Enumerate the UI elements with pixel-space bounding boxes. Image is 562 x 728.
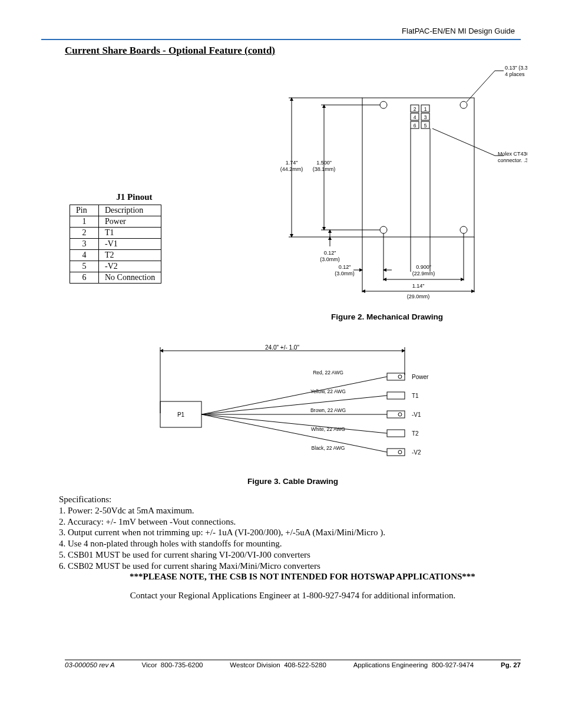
svg-line-29 [467,71,495,102]
pinout-table-block: J1 Pinout Pin Description 1Power 2T1 3-V… [65,192,183,284]
svg-point-2 [460,101,467,108]
table-row: 5-V2 [70,261,161,272]
pin-cell: 3 [70,239,99,250]
specs-note: ***PLEASE NOTE, THE CSB IS NOT INTENDED … [130,571,521,582]
mechanical-drawing: 2 1 4 3 6 5 1.74" (44.2mm) 1.500" (38.1m… [197,57,527,310]
wire-label: Red, 22 AWG [313,370,343,375]
svg-point-43 [398,375,402,378]
spec-item: 2. Accuracy: +/- 1mV between -Vout conne… [59,516,521,528]
svg-point-3 [380,226,387,233]
svg-point-4 [460,226,467,233]
spec-item: 6. CSB02 MUST be used for current sharin… [59,561,521,572]
footer-westcor-tel: 408-522-5280 [284,661,326,668]
col-desc: Description [99,205,161,216]
svg-point-49 [398,450,402,454]
dim-0900mm: (22.9mm) [412,271,435,276]
table-row: 6No Connection [70,272,161,284]
dim-1500mm: (38.1mm) [313,166,336,172]
specifications-block: Specifications: 1. Power: 2-50Vdc at 5mA… [59,494,521,582]
dim-1500: 1.500" [316,160,332,166]
figure-3-caption: Figure 3. Cable Drawing [65,477,521,486]
svg-line-40 [201,414,387,433]
figure-2-caption: Figure 2. Mechanical Drawing [253,312,521,321]
specs-heading: Specifications: [59,494,521,505]
desc-cell: No Connection [99,272,161,284]
spec-item: 3. Output current when not trimming up: … [59,527,521,538]
svg-line-38 [201,396,387,414]
pin-cell: 2 [70,228,99,239]
dim-012b: 0.12" [339,264,351,270]
mech-pin-2: 2 [414,106,416,112]
note-hole: 0.13" (3.3mm) Dia Non Plated thru hole 4… [505,65,527,78]
term-label: Power [412,374,429,380]
cable-length: 24.0" +/- 1.0" [265,344,299,351]
dim-174: 1.74" [286,160,298,166]
wire-label: Black, 22 AWG [312,445,345,451]
desc-cell: Power [99,216,161,228]
pin-cell: 5 [70,261,99,272]
pinout-table: Pin Description 1Power 2T1 3-V1 4T2 5-V2… [70,205,161,284]
svg-line-37 [201,377,387,414]
footer-westcor-lbl: Westcor Division [230,661,280,668]
wire-label: Yellow, 22 AWG [310,388,346,394]
dim-012a: 0.12" [324,250,336,256]
page-footer: 03-000050 rev A Vicor 800-735-6200 Westc… [65,660,521,668]
table-row: Pin Description [70,205,161,216]
dim-012amm: (3.0mm) [320,256,340,262]
dim-114mm: (29.0mm) [407,294,430,299]
mech-pin-5: 5 [424,123,427,129]
footer-page: Pg. 27 [501,661,521,668]
table-row: 2T1 [70,228,161,239]
footer-appeng-lbl: Applications Engineering [353,661,428,668]
mech-pin-3: 3 [424,114,427,120]
term-label: -V2 [412,449,421,456]
pinout-title: J1 Pinout [86,192,183,202]
col-pin: Pin [70,205,99,216]
section-title: Current Share Boards - Optional Feature … [0,40,562,57]
desc-cell: -V1 [99,239,161,250]
footer-vicor-lbl: Vicor [141,661,157,668]
wire-label: Brown, 22 AWG [310,407,346,413]
spec-item: 5. CSB01 MUST be used for current sharin… [59,549,521,561]
pin-cell: 6 [70,272,99,284]
term-label: -V1 [412,411,421,418]
table-row: 1Power [70,216,161,228]
desc-cell: T1 [99,228,161,239]
desc-cell: -V2 [99,261,161,272]
svg-point-46 [398,413,402,416]
table-row: 3-V1 [70,239,161,250]
pin-cell: 1 [70,216,99,228]
mech-pin-6: 6 [414,123,416,129]
svg-line-41 [201,414,387,452]
footer-rev: 03-000050 rev A [65,661,115,668]
footer-appeng-tel: 800-927-9474 [432,661,474,668]
wire-label: White, 22 AWG [311,426,345,432]
contact-line: Contact your Regional Applications Engin… [65,591,521,601]
dim-012bmm: (3.0mm) [335,271,355,276]
mech-pin-4: 4 [414,114,416,120]
pin-cell: 4 [70,250,99,261]
note-molex: Molex CT43045F surface mountable connect… [498,151,527,164]
svg-rect-44 [387,392,405,399]
spec-item: 1. Power: 2-50Vdc at 5mA maximum. [59,505,521,516]
footer-vicor-tel: 800-735-6200 [161,661,203,668]
page-header: FlatPAC-EN/EN MI Design Guide [0,0,562,39]
cable-p1: P1 [177,411,185,418]
table-row: 4T2 [70,250,161,261]
mech-pin-1: 1 [424,106,427,112]
cable-drawing: 24.0" +/- 1.0" P1 Red, 22 AWG Yellow, 22… [128,342,458,472]
desc-cell: T2 [99,250,161,261]
svg-line-31 [432,129,495,156]
dim-0900: 0.900" [416,264,431,270]
dim-174mm: (44.2mm) [280,166,303,172]
term-label: T1 [412,393,419,399]
svg-point-1 [380,101,387,108]
svg-rect-47 [387,430,405,437]
spec-item: 4. Use 4 non-plated through holes with s… [59,538,521,549]
dim-114: 1.14" [412,283,425,289]
term-label: T2 [412,430,419,437]
svg-rect-0 [362,98,474,237]
